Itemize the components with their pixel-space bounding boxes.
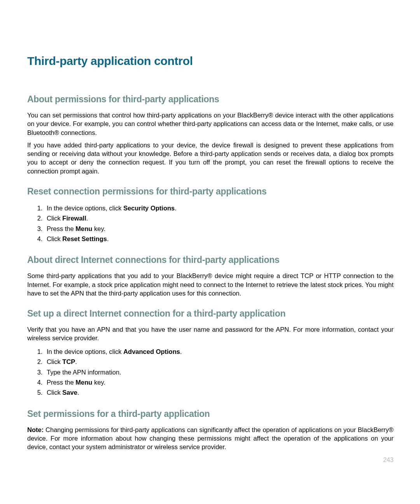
- list-item: Click TCP.: [44, 357, 394, 367]
- step-text: Press the: [47, 225, 75, 232]
- step-text: Press the: [47, 379, 75, 386]
- section-heading-set-permissions: Set permissions for a third-party applic…: [27, 409, 394, 419]
- paragraph-about-direct: Some third-party applications that you a…: [27, 271, 394, 298]
- section-heading-about-permissions: About permissions for third-party applic…: [27, 94, 394, 105]
- steps-reset-connection: In the device options, click Security Op…: [27, 203, 394, 244]
- step-text: In the device options, click: [47, 205, 123, 212]
- step-bold: Menu: [75, 225, 92, 232]
- list-item: Click Save.: [44, 387, 394, 397]
- list-item: Press the Menu key.: [44, 377, 394, 387]
- step-bold: Reset Settings: [62, 235, 107, 242]
- list-item: Press the Menu key.: [44, 224, 394, 234]
- paragraph-about-permissions-2: If you have added third-party applicatio…: [27, 141, 394, 175]
- step-text: key.: [92, 379, 105, 386]
- step-text: Click: [47, 215, 62, 222]
- list-item: In the device options, click Advanced Op…: [44, 346, 394, 357]
- section-heading-reset-connection: Reset connection permissions for third-p…: [27, 186, 394, 197]
- page-title: Third-party application control: [27, 54, 394, 68]
- paragraph-about-permissions-1: You can set permissions that control how…: [27, 111, 394, 137]
- list-item: Type the APN information.: [44, 367, 394, 377]
- step-text: In the device options, click: [47, 348, 123, 355]
- list-item: Click Reset Settings.: [44, 234, 394, 244]
- page-number: 243: [383, 457, 394, 464]
- step-bold: Save: [62, 389, 77, 396]
- note-label: Note:: [27, 426, 44, 433]
- note-text: Changing permissions for third-party app…: [27, 426, 394, 451]
- paragraph-setup-direct-intro: Verify that you have an APN and that you…: [27, 325, 394, 343]
- step-text: Click: [47, 235, 62, 242]
- step-text: Click: [47, 389, 62, 396]
- list-item: Click Firewall.: [44, 213, 394, 223]
- section-heading-about-direct: About direct Internet connections for th…: [27, 255, 394, 265]
- step-bold: Advanced Options: [123, 348, 180, 355]
- step-bold: TCP: [62, 358, 75, 365]
- step-bold: Security Options: [123, 205, 175, 212]
- step-text: Click: [47, 358, 62, 365]
- step-bold: Menu: [75, 379, 92, 386]
- paragraph-set-permissions-note: Note: Changing permissions for third-par…: [27, 425, 394, 452]
- section-heading-setup-direct: Set up a direct Internet connection for …: [27, 308, 394, 319]
- step-text: key.: [92, 225, 105, 232]
- steps-setup-direct: In the device options, click Advanced Op…: [27, 346, 394, 398]
- step-bold: Firewall: [62, 215, 86, 222]
- list-item: In the device options, click Security Op…: [44, 203, 394, 213]
